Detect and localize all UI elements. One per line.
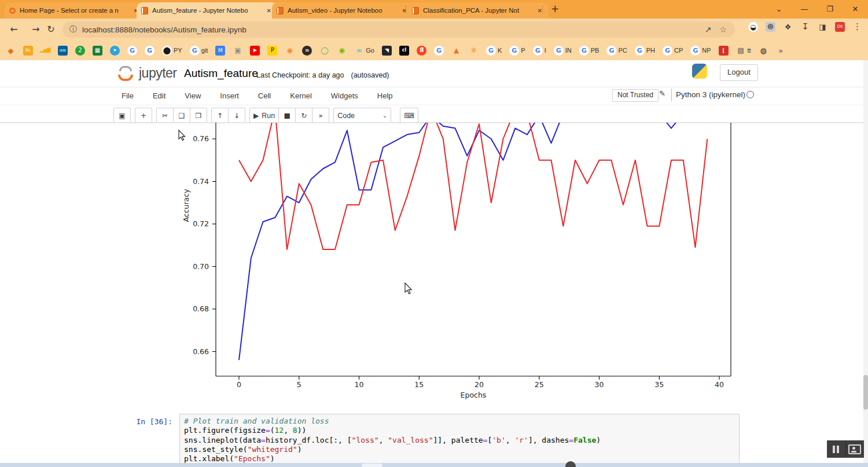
bm-matlab[interactable]: ▲	[451, 46, 461, 56]
run-button[interactable]: ▶Run	[249, 108, 279, 123]
menu-insert[interactable]: Insert	[218, 91, 241, 100]
move-cell-down-button[interactable]: ↓	[228, 108, 245, 123]
restart-run-all-button[interactable]: »	[312, 108, 329, 123]
omnibox[interactable]: ⓘ localhost:8888/notebooks/Autism_featur…	[62, 21, 735, 38]
interrupt-kernel-button[interactable]: ■	[278, 108, 296, 123]
maximize-button[interactable]: ❐	[817, 0, 843, 19]
bm-google-p[interactable]: GP	[509, 46, 525, 56]
bm-sheets[interactable]: ▦	[93, 46, 102, 56]
bm-robot[interactable]: ▣	[233, 46, 242, 56]
bm-google-ph[interactable]: GPH	[635, 46, 655, 56]
browser-menu-icon[interactable]: ⋮	[852, 22, 862, 32]
back-icon[interactable]: ←	[7, 23, 21, 36]
logout-button[interactable]: Logout	[720, 64, 758, 81]
move-cell-up-button[interactable]: ↑	[211, 108, 229, 123]
add-cell-button[interactable]: +	[135, 108, 152, 123]
bm-nvidia[interactable]: ◉	[337, 46, 347, 56]
tab-search-chevron-icon[interactable]: ⌄	[766, 0, 792, 19]
pause-icon	[833, 446, 835, 453]
bm-google-pc[interactable]: GPC	[606, 46, 627, 56]
bm-youtube[interactable]: ▶	[250, 46, 260, 56]
bm-google-git[interactable]: Ggit	[190, 46, 208, 56]
picture-in-picture-button[interactable]	[845, 440, 865, 458]
code-cell[interactable]: # Plot train and validation lossplt.figu…	[179, 414, 740, 464]
browser-tab-home[interactable]: Home Page - Select or create a n ✕	[5, 2, 145, 19]
save-button-icon: ▣	[119, 112, 125, 120]
bm-google-1[interactable]: G	[127, 46, 137, 56]
panda-extension-icon[interactable]: ◒	[748, 22, 758, 32]
menu-widgets[interactable]: Widgets	[329, 91, 360, 100]
bm-ieee[interactable]: IEEE	[58, 46, 68, 56]
bm-google-in[interactable]: GIN	[554, 46, 572, 56]
url-text[interactable]: localhost:8888/notebooks/Autism_feature.…	[82, 25, 705, 34]
bookmark-star-icon[interactable]: ☆	[719, 25, 727, 34]
bm-yandex[interactable]: Я	[417, 46, 426, 56]
bm-overflow[interactable]: »	[776, 46, 786, 56]
share-icon[interactable]: ↗	[705, 25, 712, 34]
scrollbar-track[interactable]	[863, 60, 868, 467]
jupyter-logo[interactable]	[117, 65, 135, 82]
bm-cl[interactable]: cl	[399, 46, 409, 56]
notebook-title[interactable]: Autism_feature	[184, 67, 258, 80]
side-panel-icon[interactable]: ◨	[818, 22, 827, 32]
pause-button[interactable]	[827, 440, 845, 458]
bm-github[interactable]: ⬤PY	[162, 46, 182, 56]
kernel-name[interactable]: Python 3 (ipykernel)	[676, 90, 745, 99]
bm-google-np[interactable]: GNP	[690, 46, 711, 56]
browser-tab-classification-pca[interactable]: Classification_PCA - Jupyter Not ✕	[407, 2, 549, 19]
forward-icon[interactable]: →	[29, 23, 43, 36]
browser-tab-autism-feature[interactable]: Autism_feature - Jupyter Notebo ✕	[137, 2, 278, 19]
python-logo	[692, 64, 707, 79]
menu-help[interactable]: Help	[376, 91, 395, 100]
profile-extension-icon[interactable]: ☻	[766, 22, 775, 32]
bm-p-yellow[interactable]: P	[267, 46, 277, 56]
scrollbar-thumb[interactable]	[863, 375, 868, 410]
bm-gitlab-cube[interactable]: GL	[23, 46, 33, 56]
new-tab-button[interactable]: +	[549, 3, 561, 16]
minimize-button[interactable]: —	[792, 0, 817, 19]
bm-google-i[interactable]: GI	[533, 46, 546, 56]
downloads-icon[interactable]: ↧	[800, 22, 810, 32]
bm-cart[interactable]: ≡	[302, 46, 312, 56]
bm-printer[interactable]: ▤tt	[736, 46, 751, 56]
menu-edit[interactable]: Edit	[151, 91, 167, 100]
bm-badge-2[interactable]: 2	[75, 46, 85, 56]
reload-icon[interactable]: ↻	[44, 23, 58, 36]
bm-paw[interactable]: ❋	[469, 46, 479, 56]
bm-bird[interactable]: ◥	[382, 46, 392, 56]
bm-printer-label: tt	[748, 47, 751, 54]
edit-title-pencil-icon[interactable]: ✎	[659, 89, 665, 98]
bm-kite[interactable]: ◆	[6, 46, 16, 56]
close-button[interactable]: ✕	[843, 0, 868, 19]
copy-cells-button[interactable]: ❑	[173, 108, 190, 123]
cut-cells-button[interactable]: ✂	[156, 108, 174, 123]
bm-google-cp[interactable]: GCP	[663, 46, 683, 56]
bm-google-k[interactable]: GK	[486, 46, 502, 56]
cell-type-select[interactable]: Code⌄	[333, 108, 391, 123]
bm-analytics[interactable]: ▂▅▇	[41, 46, 50, 56]
extensions-puzzle-icon[interactable]: ❖	[783, 22, 793, 32]
paste-cells-button[interactable]: ❒	[190, 108, 207, 123]
not-trusted-button[interactable]: Not Trusted	[612, 89, 659, 102]
bm-google-3[interactable]: G	[434, 46, 444, 56]
menu-kernel[interactable]: Kernel	[288, 91, 314, 100]
restart-kernel-button[interactable]: ↻	[295, 108, 312, 123]
site-info-icon[interactable]: ⓘ	[69, 24, 77, 35]
bm-telegram[interactable]: ➤	[110, 46, 120, 56]
menu-view[interactable]: View	[183, 91, 203, 100]
bm-green-ring[interactable]: ◯	[319, 46, 329, 56]
bm-exit-red[interactable]: ❙	[719, 46, 729, 56]
bm-google-2[interactable]: G	[145, 46, 155, 56]
bm-camera[interactable]: ◉	[285, 46, 295, 56]
bm-m-blue[interactable]: M	[215, 46, 225, 56]
bm-google-pb[interactable]: GPB	[579, 46, 599, 56]
browser-tab-autism-video[interactable]: Autism_video - Jupyter Noteboo ✕	[272, 2, 413, 19]
menu-file[interactable]: File	[120, 91, 135, 100]
tab-title: Home Page - Select or create a n	[20, 7, 128, 14]
bm-godaddy[interactable]: ∞Go	[354, 46, 374, 56]
bm-globe[interactable]: ◍	[759, 46, 768, 56]
save-button[interactable]: ▣	[113, 108, 131, 123]
command-palette-button[interactable]: ⌨	[400, 108, 418, 123]
menu-cell[interactable]: Cell	[256, 91, 273, 100]
ok-badge-icon[interactable]: OK	[835, 22, 845, 32]
